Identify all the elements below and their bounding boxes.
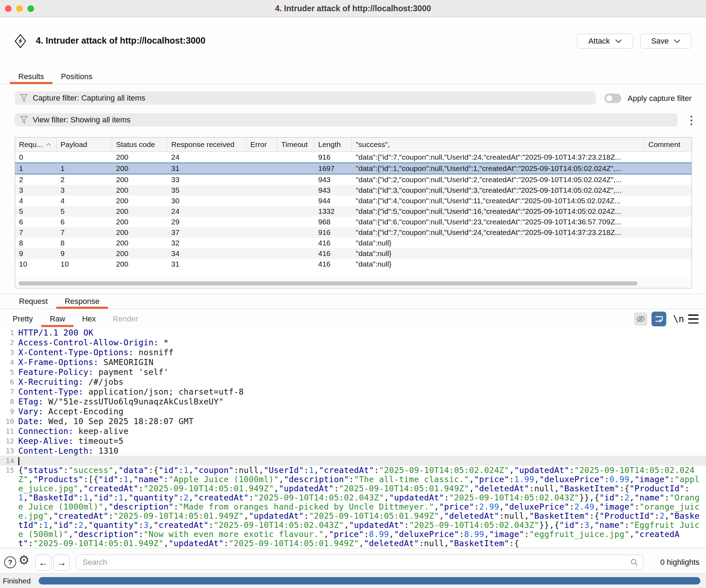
- column-header-error[interactable]: Error: [246, 138, 277, 152]
- column-header-length[interactable]: Length: [314, 138, 352, 152]
- editor-line: 8ETag: W/"51e-zssUTUo6lq9unaqzAkCuslBxeU…: [0, 397, 706, 407]
- column-header-request[interactable]: Requ...: [15, 138, 57, 152]
- cell-status: 200: [112, 238, 167, 248]
- apply-capture-filter-label: Apply capture filter: [628, 94, 692, 103]
- column-header-status-code[interactable]: Status code: [112, 138, 167, 152]
- column-header-response-received[interactable]: Response received: [167, 138, 246, 152]
- cell-timeout: [277, 217, 314, 227]
- cell-received: 24: [167, 206, 246, 217]
- window-title: 4. Intruder attack of http://localhost:3…: [0, 0, 706, 17]
- line-number: 14: [0, 456, 18, 466]
- line-number: 13: [0, 446, 18, 456]
- table-row[interactable]: 4420030944"data":{"id":4,"coupon":null,"…: [15, 196, 692, 206]
- search-input[interactable]: [76, 555, 643, 570]
- cell-success: "data":{"id":1,"coupon":null,"UserId":1,…: [352, 163, 644, 174]
- view-mode-tab-bar: Pretty Raw Hex Render: [0, 311, 706, 327]
- search-next-button[interactable]: →: [53, 555, 70, 571]
- cell-status: 200: [112, 152, 167, 162]
- horizontal-scrollbar[interactable]: [15, 279, 692, 288]
- cell-length: 1332: [314, 206, 352, 217]
- editor-line: 14: [0, 456, 706, 466]
- column-header-timeout[interactable]: Timeout: [277, 138, 314, 152]
- editor-line: 13Content-Length: 1310: [0, 446, 706, 456]
- tab-pretty[interactable]: Pretty: [4, 311, 41, 327]
- column-header-request-label: Requ...: [19, 140, 43, 149]
- table-row[interactable]: 8820032416"data":null}: [15, 238, 692, 248]
- editor-line: 10Date: Wed, 10 Sep 2025 18:28:07 GMT: [0, 416, 706, 426]
- cell-error: [246, 227, 277, 238]
- toggle-knob: [606, 95, 612, 101]
- cell-request: 5: [15, 206, 57, 217]
- cell-success: "data":{"id":2,"coupon":null,"UserId":2,…: [352, 174, 644, 185]
- cell-comment: [644, 227, 692, 238]
- column-header-payload[interactable]: Payload: [57, 138, 112, 152]
- table-row[interactable]: 6620029968"data":{"id":6,"coupon":null,"…: [15, 217, 692, 227]
- table-row[interactable]: 9920034416"data":null}: [15, 248, 692, 259]
- cell-request: 2: [15, 174, 57, 185]
- view-filter-menu-icon[interactable]: [686, 114, 697, 127]
- cell-success: "data":{"id":5,"coupon":null,"UserId":16…: [352, 206, 644, 217]
- view-filter-bar[interactable]: View filter: Showing all items: [15, 113, 678, 127]
- cell-status: 200: [112, 259, 167, 269]
- cell-request: 4: [15, 196, 57, 206]
- attack-button[interactable]: Attack: [577, 34, 633, 49]
- table-row[interactable]: 101020031416"data":null}: [15, 259, 692, 269]
- editor-line: 3X-Content-Type-Options: nosniff: [0, 347, 706, 357]
- line-number: 6: [0, 377, 18, 387]
- cell-received: 29: [167, 217, 246, 227]
- cell-success: "data":{"id":6,"coupon":null,"UserId":23…: [352, 217, 644, 227]
- cell-status: 200: [112, 248, 167, 259]
- help-button[interactable]: ?: [4, 556, 16, 568]
- cell-payload: 4: [57, 196, 112, 206]
- tab-request[interactable]: Request: [11, 294, 56, 309]
- apply-capture-filter-toggle[interactable]: [604, 94, 621, 103]
- cell-request: 10: [15, 259, 57, 269]
- line-number: 5: [0, 367, 18, 377]
- editor-line: 15{"status":"success","data":{"id":1,"co…: [0, 466, 706, 548]
- tab-raw[interactable]: Raw: [41, 311, 73, 327]
- editor-menu-icon[interactable]: [688, 314, 699, 324]
- gear-icon[interactable]: ⚙: [18, 553, 30, 568]
- tab-positions[interactable]: Positions: [52, 69, 101, 84]
- highlight-count: 0 highlights: [660, 558, 699, 567]
- cell-length: 916: [314, 152, 352, 162]
- editor-line: 2Access-Control-Allow-Origin: *: [0, 338, 706, 347]
- response-editor[interactable]: 1HTTP/1.1 200 OK2Access-Control-Allow-Or…: [0, 328, 706, 548]
- intruder-window: 4. Intruder attack of http://localhost:3…: [0, 0, 706, 588]
- table-row[interactable]: 11200311697"data":{"id":1,"coupon":null,…: [15, 162, 692, 174]
- cell-comment: [644, 163, 692, 174]
- cell-status: 200: [112, 196, 167, 206]
- titlebar: 4. Intruder attack of http://localhost:3…: [0, 0, 706, 17]
- table-row[interactable]: 3320035943"data":{"id":3,"coupon":null,"…: [15, 185, 692, 196]
- tab-hex[interactable]: Hex: [73, 311, 104, 327]
- table-row[interactable]: 7720037916"data":{"id":7,"coupon":null,"…: [15, 227, 692, 238]
- capture-filter-bar[interactable]: Capture filter: Capturing all items: [15, 91, 596, 105]
- cell-timeout: [277, 174, 314, 185]
- column-header-extract-success[interactable]: "success",: [352, 138, 644, 152]
- cell-request: 8: [15, 238, 57, 248]
- save-button[interactable]: Save: [640, 34, 692, 49]
- cell-received: 33: [167, 174, 246, 185]
- search-previous-button[interactable]: ←: [35, 555, 51, 571]
- show-newlines-button[interactable]: \n: [671, 312, 686, 326]
- scrollbar-thumb[interactable]: [19, 281, 637, 286]
- line-number: 15: [0, 466, 18, 548]
- cell-received: 31: [167, 259, 246, 269]
- tab-render: Render: [104, 311, 147, 327]
- table-row[interactable]: 020024916"data":{"id":7,"coupon":null,"U…: [15, 152, 692, 162]
- line-number: 7: [0, 387, 18, 397]
- cell-payload: 6: [57, 217, 112, 227]
- table-row[interactable]: 55200241332"data":{"id":5,"coupon":null,…: [15, 206, 692, 217]
- word-wrap-button[interactable]: [652, 312, 666, 326]
- line-number: 4: [0, 357, 18, 367]
- table-row[interactable]: 2220033943"data":{"id":2,"coupon":null,"…: [15, 174, 692, 185]
- chevron-down-icon: [674, 39, 681, 43]
- tab-response[interactable]: Response: [56, 294, 108, 309]
- tab-results[interactable]: Results: [10, 69, 52, 84]
- word-wrap-icon: [654, 314, 663, 324]
- cell-request: 0: [15, 152, 57, 162]
- hide-nonprintable-button[interactable]: [634, 312, 647, 326]
- cell-error: [246, 163, 277, 174]
- line-number: 10: [0, 416, 18, 426]
- column-header-comment[interactable]: Comment: [644, 138, 692, 152]
